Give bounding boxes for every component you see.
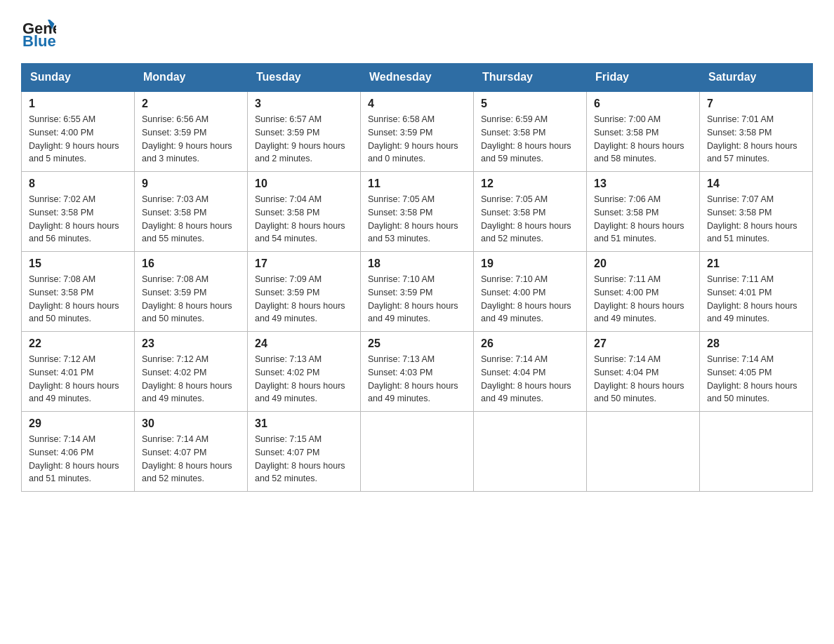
day-number: 24: [255, 337, 353, 350]
calendar-cell: 21 Sunrise: 7:11 AMSunset: 4:01 PMDaylig…: [700, 252, 813, 332]
calendar-table: SundayMondayTuesdayWednesdayThursdayFrid…: [21, 63, 813, 492]
day-number: 18: [368, 257, 466, 270]
day-info: Sunrise: 7:15 AMSunset: 4:07 PMDaylight:…: [255, 433, 353, 485]
day-number: 11: [368, 177, 466, 190]
day-number: 29: [29, 417, 127, 430]
day-number: 20: [594, 257, 692, 270]
day-number: 3: [255, 98, 353, 110]
calendar-cell: 28 Sunrise: 7:14 AMSunset: 4:05 PMDaylig…: [700, 332, 813, 412]
calendar-cell: 7 Sunrise: 7:01 AMSunset: 3:58 PMDayligh…: [700, 91, 813, 172]
day-number: 25: [368, 337, 466, 350]
header: General Blue: [21, 14, 813, 49]
day-info: Sunrise: 7:00 AMSunset: 3:58 PMDaylight:…: [594, 113, 692, 166]
day-number: 12: [481, 177, 579, 190]
day-info: Sunrise: 7:13 AMSunset: 4:03 PMDaylight:…: [368, 353, 466, 405]
weekday-header-friday: Friday: [587, 64, 700, 92]
day-number: 16: [142, 257, 240, 270]
calendar-cell: 17 Sunrise: 7:09 AMSunset: 3:59 PMDaylig…: [248, 252, 361, 332]
logo-icon: General Blue: [21, 14, 56, 49]
calendar-cell: 24 Sunrise: 7:13 AMSunset: 4:02 PMDaylig…: [248, 332, 361, 412]
day-info: Sunrise: 7:14 AMSunset: 4:04 PMDaylight:…: [594, 353, 692, 405]
day-info: Sunrise: 7:08 AMSunset: 3:58 PMDaylight:…: [29, 273, 127, 326]
day-info: Sunrise: 7:14 AMSunset: 4:07 PMDaylight:…: [142, 433, 240, 485]
calendar-week-row: 29 Sunrise: 7:14 AMSunset: 4:06 PMDaylig…: [22, 412, 813, 492]
weekday-header-wednesday: Wednesday: [361, 64, 474, 92]
calendar-cell: 10 Sunrise: 7:04 AMSunset: 3:58 PMDaylig…: [248, 172, 361, 252]
calendar-cell: 13 Sunrise: 7:06 AMSunset: 3:58 PMDaylig…: [587, 172, 700, 252]
day-info: Sunrise: 7:10 AMSunset: 3:59 PMDaylight:…: [368, 273, 466, 326]
calendar-cell: 23 Sunrise: 7:12 AMSunset: 4:02 PMDaylig…: [135, 332, 248, 412]
day-info: Sunrise: 6:55 AMSunset: 4:00 PMDaylight:…: [29, 113, 127, 166]
day-number: 17: [255, 257, 353, 270]
day-info: Sunrise: 7:05 AMSunset: 3:58 PMDaylight:…: [481, 193, 579, 246]
day-info: Sunrise: 7:12 AMSunset: 4:01 PMDaylight:…: [29, 353, 127, 405]
day-number: 30: [142, 417, 240, 430]
day-number: 23: [142, 337, 240, 350]
weekday-header-row: SundayMondayTuesdayWednesdayThursdayFrid…: [22, 64, 813, 92]
calendar-cell: 18 Sunrise: 7:10 AMSunset: 3:59 PMDaylig…: [361, 252, 474, 332]
calendar-cell: 2 Sunrise: 6:56 AMSunset: 3:59 PMDayligh…: [135, 91, 248, 172]
day-number: 1: [29, 98, 127, 110]
day-number: 4: [368, 98, 466, 110]
calendar-cell: 26 Sunrise: 7:14 AMSunset: 4:04 PMDaylig…: [474, 332, 587, 412]
day-number: 22: [29, 337, 127, 350]
calendar-cell: 8 Sunrise: 7:02 AMSunset: 3:58 PMDayligh…: [22, 172, 135, 252]
day-info: Sunrise: 7:05 AMSunset: 3:58 PMDaylight:…: [368, 193, 466, 246]
day-info: Sunrise: 7:02 AMSunset: 3:58 PMDaylight:…: [29, 193, 127, 246]
calendar-cell: 5 Sunrise: 6:59 AMSunset: 3:58 PMDayligh…: [474, 91, 587, 172]
calendar-cell: 20 Sunrise: 7:11 AMSunset: 4:00 PMDaylig…: [587, 252, 700, 332]
day-number: 14: [707, 177, 805, 190]
calendar-cell: 14 Sunrise: 7:07 AMSunset: 3:58 PMDaylig…: [700, 172, 813, 252]
weekday-header-sunday: Sunday: [22, 64, 135, 92]
day-info: Sunrise: 7:01 AMSunset: 3:58 PMDaylight:…: [707, 113, 805, 166]
calendar-cell: 31 Sunrise: 7:15 AMSunset: 4:07 PMDaylig…: [248, 412, 361, 492]
calendar-cell: 30 Sunrise: 7:14 AMSunset: 4:07 PMDaylig…: [135, 412, 248, 492]
weekday-header-monday: Monday: [135, 64, 248, 92]
day-number: 5: [481, 98, 579, 110]
day-number: 8: [29, 177, 127, 190]
day-number: 28: [707, 337, 805, 350]
calendar-week-row: 22 Sunrise: 7:12 AMSunset: 4:01 PMDaylig…: [22, 332, 813, 412]
day-info: Sunrise: 6:59 AMSunset: 3:58 PMDaylight:…: [481, 113, 579, 166]
day-number: 10: [255, 177, 353, 190]
day-number: 27: [594, 337, 692, 350]
day-info: Sunrise: 7:07 AMSunset: 3:58 PMDaylight:…: [707, 193, 805, 246]
calendar-cell: [700, 412, 813, 492]
day-info: Sunrise: 7:11 AMSunset: 4:00 PMDaylight:…: [594, 273, 692, 326]
calendar-week-row: 8 Sunrise: 7:02 AMSunset: 3:58 PMDayligh…: [22, 172, 813, 252]
calendar-week-row: 15 Sunrise: 7:08 AMSunset: 3:58 PMDaylig…: [22, 252, 813, 332]
day-info: Sunrise: 6:57 AMSunset: 3:59 PMDaylight:…: [255, 113, 353, 166]
day-info: Sunrise: 7:14 AMSunset: 4:05 PMDaylight:…: [707, 353, 805, 405]
day-info: Sunrise: 7:13 AMSunset: 4:02 PMDaylight:…: [255, 353, 353, 405]
day-info: Sunrise: 7:06 AMSunset: 3:58 PMDaylight:…: [594, 193, 692, 246]
weekday-header-saturday: Saturday: [700, 64, 813, 92]
calendar-cell: 4 Sunrise: 6:58 AMSunset: 3:59 PMDayligh…: [361, 91, 474, 172]
calendar-cell: 11 Sunrise: 7:05 AMSunset: 3:58 PMDaylig…: [361, 172, 474, 252]
day-info: Sunrise: 7:03 AMSunset: 3:58 PMDaylight:…: [142, 193, 240, 246]
day-info: Sunrise: 7:14 AMSunset: 4:06 PMDaylight:…: [29, 433, 127, 485]
calendar-cell: 29 Sunrise: 7:14 AMSunset: 4:06 PMDaylig…: [22, 412, 135, 492]
calendar-cell: 1 Sunrise: 6:55 AMSunset: 4:00 PMDayligh…: [22, 91, 135, 172]
svg-text:Blue: Blue: [22, 32, 56, 49]
day-info: Sunrise: 7:12 AMSunset: 4:02 PMDaylight:…: [142, 353, 240, 405]
day-number: 21: [707, 257, 805, 270]
day-info: Sunrise: 6:56 AMSunset: 3:59 PMDaylight:…: [142, 113, 240, 166]
calendar-cell: [474, 412, 587, 492]
logo: General Blue: [21, 14, 56, 49]
day-number: 13: [594, 177, 692, 190]
day-info: Sunrise: 7:11 AMSunset: 4:01 PMDaylight:…: [707, 273, 805, 326]
weekday-header-thursday: Thursday: [474, 64, 587, 92]
day-number: 9: [142, 177, 240, 190]
calendar-cell: 6 Sunrise: 7:00 AMSunset: 3:58 PMDayligh…: [587, 91, 700, 172]
calendar-cell: 15 Sunrise: 7:08 AMSunset: 3:58 PMDaylig…: [22, 252, 135, 332]
weekday-header-tuesday: Tuesday: [248, 64, 361, 92]
day-number: 6: [594, 98, 692, 110]
day-info: Sunrise: 7:14 AMSunset: 4:04 PMDaylight:…: [481, 353, 579, 405]
calendar-cell: 22 Sunrise: 7:12 AMSunset: 4:01 PMDaylig…: [22, 332, 135, 412]
calendar-cell: [587, 412, 700, 492]
calendar-cell: [361, 412, 474, 492]
day-info: Sunrise: 7:09 AMSunset: 3:59 PMDaylight:…: [255, 273, 353, 326]
calendar-week-row: 1 Sunrise: 6:55 AMSunset: 4:00 PMDayligh…: [22, 91, 813, 172]
day-number: 26: [481, 337, 579, 350]
day-number: 19: [481, 257, 579, 270]
